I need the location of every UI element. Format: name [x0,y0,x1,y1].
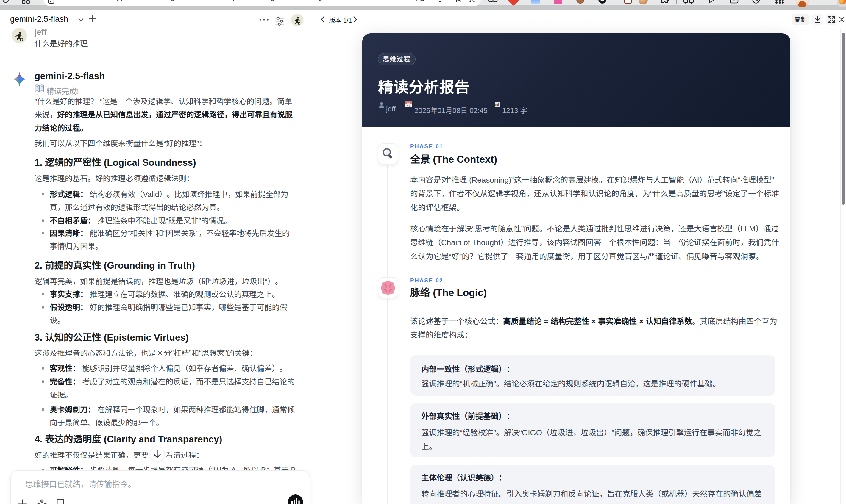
svg-text:JUL: JUL [407,102,410,104]
svg-text:17: 17 [407,104,410,107]
